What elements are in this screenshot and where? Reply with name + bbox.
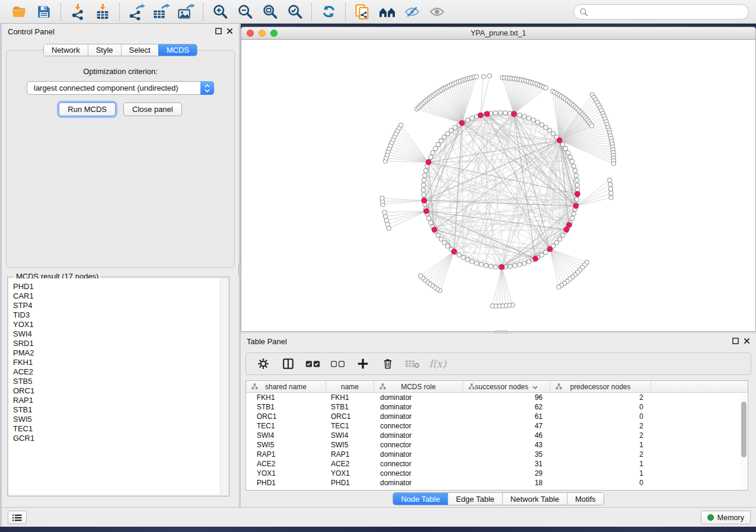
memory-status-icon xyxy=(707,514,714,521)
tab-motifs[interactable]: Motifs xyxy=(567,493,604,505)
search-input[interactable] xyxy=(592,6,748,18)
tab-network[interactable]: Network xyxy=(44,44,88,56)
clone-network-button[interactable] xyxy=(352,2,373,21)
column-header-mcds-role[interactable]: MCDS role xyxy=(374,381,463,392)
table-row[interactable]: TEC1TEC1connector472 xyxy=(246,421,748,431)
table-toolbar: f(x) xyxy=(245,352,751,375)
table-scrollbar-thumb[interactable] xyxy=(741,402,747,457)
column-header-shared-name[interactable]: shared name xyxy=(246,381,326,392)
zoom-selected-button[interactable] xyxy=(284,2,305,21)
show-graphics-details-button[interactable] xyxy=(426,2,448,21)
column-header-predecessor-nodes[interactable]: predecessor nodes xyxy=(550,381,651,392)
mcds-result-scrollbar[interactable] xyxy=(220,278,228,495)
export-network-button[interactable] xyxy=(126,2,147,21)
table-cell: ORC1 xyxy=(326,412,374,421)
mcds-result-list[interactable]: PHD1CAR1STP4TID3YOX1SWI4SRD1PMA2FKH1ACE2… xyxy=(9,278,228,495)
network-view[interactable] xyxy=(241,40,756,332)
mcds-result-item[interactable]: RAP1 xyxy=(13,396,228,405)
table-settings-button[interactable] xyxy=(256,355,271,372)
refresh-view-button[interactable] xyxy=(318,2,339,21)
mcds-result-item[interactable]: ACE2 xyxy=(13,367,228,377)
mcds-result-item[interactable]: CAR1 xyxy=(13,291,228,301)
toggle-columns-button[interactable] xyxy=(280,355,296,372)
float-panel-icon[interactable] xyxy=(215,28,222,36)
mcds-result-item[interactable]: SRD1 xyxy=(13,339,228,348)
run-mcds-button[interactable]: Run MCDS xyxy=(59,102,116,116)
table-scrollbar[interactable] xyxy=(740,393,747,489)
table-cell: YOX1 xyxy=(246,469,326,477)
optimization-criterion-dropdown[interactable]: largest connected component (undirected) xyxy=(27,81,214,95)
deselect-all-button[interactable] xyxy=(330,355,346,372)
table-row[interactable]: SWI4SWI4dominator462 xyxy=(246,431,748,440)
mcds-result-item[interactable]: YOX1 xyxy=(13,320,228,329)
export-table-button[interactable] xyxy=(151,2,172,21)
table-row[interactable]: RAP1RAP1dominator352 xyxy=(246,450,748,459)
add-row-button[interactable] xyxy=(355,355,371,372)
column-header-name[interactable]: name xyxy=(326,381,374,392)
optimization-criterion-label: Optimization criterion: xyxy=(7,67,234,76)
zoom-fit-button[interactable] xyxy=(259,2,280,21)
tab-edge-table[interactable]: Edge Table xyxy=(448,493,502,505)
toolbar-separator xyxy=(345,3,346,21)
close-panel-icon[interactable] xyxy=(744,338,750,345)
mcds-result-item[interactable]: TEC1 xyxy=(13,424,228,434)
import-table-button[interactable] xyxy=(92,2,113,21)
save-session-button[interactable] xyxy=(33,2,55,21)
mcds-result-item[interactable]: STP4 xyxy=(13,301,228,310)
save-floppy-icon xyxy=(36,4,52,20)
tab-node-table[interactable]: Node Table xyxy=(393,493,448,505)
import-network-button[interactable] xyxy=(67,2,88,21)
panel-menu-button[interactable] xyxy=(8,511,27,524)
tab-style[interactable]: Style xyxy=(88,44,121,56)
select-all-button[interactable] xyxy=(305,355,321,372)
column-header-successor-nodes[interactable]: successor nodes xyxy=(463,381,550,392)
table-row[interactable]: YOX1YOX1connector291 xyxy=(246,469,748,478)
float-panel-icon[interactable] xyxy=(732,338,739,345)
table-cell: YOX1 xyxy=(326,469,374,477)
tab-select[interactable]: Select xyxy=(121,44,158,56)
mcds-result-item[interactable]: FKH1 xyxy=(13,358,228,367)
table-cell: 2 xyxy=(550,422,651,430)
mcds-result-item[interactable]: ORC1 xyxy=(13,386,228,396)
table-row[interactable]: FKH1FKH1dominator962 xyxy=(246,393,748,402)
delete-rows-button[interactable] xyxy=(380,355,395,372)
zoom-in-icon xyxy=(212,4,228,20)
export-image-button[interactable] xyxy=(176,2,197,21)
delete-table-button[interactable] xyxy=(405,355,420,372)
zoom-out-button[interactable] xyxy=(234,2,256,21)
table-row[interactable]: PHD1PHD1dominator180 xyxy=(246,478,748,488)
tree-icon xyxy=(556,383,562,392)
table-cell: 0 xyxy=(550,412,651,421)
search-field[interactable] xyxy=(573,4,749,20)
close-panel-button[interactable]: Close panel xyxy=(123,102,182,116)
mcds-result-item[interactable]: GCR1 xyxy=(13,434,228,443)
toolbar-separator xyxy=(60,3,61,21)
table-cell: 43 xyxy=(463,441,550,449)
table-cell: STB1 xyxy=(326,403,374,411)
tab-network-table[interactable]: Network Table xyxy=(502,493,567,505)
mcds-result-item[interactable]: STB5 xyxy=(13,377,228,386)
table-row[interactable]: SWI5SWI5connector431 xyxy=(246,440,748,450)
open-file-button[interactable] xyxy=(8,2,30,21)
network-window-titlebar[interactable]: YPA_prune.txt_1 xyxy=(241,27,756,40)
table-tabbar: Node Table Edge Table Network Table Moti… xyxy=(393,492,604,505)
table-row[interactable]: ORC1ORC1dominator610 xyxy=(246,412,748,421)
table-cell: 35 xyxy=(463,450,550,459)
table-row[interactable]: ACE2ACE2connector311 xyxy=(246,459,748,469)
function-builder-button[interactable]: f(x) xyxy=(430,355,445,372)
mcds-result-item[interactable]: TID3 xyxy=(13,310,228,320)
mcds-result-item[interactable]: PHD1 xyxy=(13,282,228,291)
tab-mcds[interactable]: MCDS xyxy=(158,44,197,56)
mcds-result-item[interactable]: PMA2 xyxy=(13,348,228,358)
hide-graphics-details-button[interactable] xyxy=(401,2,423,21)
close-panel-icon[interactable] xyxy=(227,28,233,36)
mcds-result-item[interactable]: SWI4 xyxy=(13,329,228,339)
mcds-result-item[interactable]: SWI5 xyxy=(13,415,228,424)
mcds-result-item[interactable]: STB1 xyxy=(13,405,228,415)
open-folder-icon xyxy=(10,4,28,20)
zoom-in-button[interactable] xyxy=(209,2,231,21)
first-neighbors-button[interactable] xyxy=(377,2,398,21)
table-row[interactable]: STB1STB1dominator620 xyxy=(246,402,748,412)
memory-button[interactable]: Memory xyxy=(701,511,751,524)
table-cell: RAP1 xyxy=(326,450,374,459)
